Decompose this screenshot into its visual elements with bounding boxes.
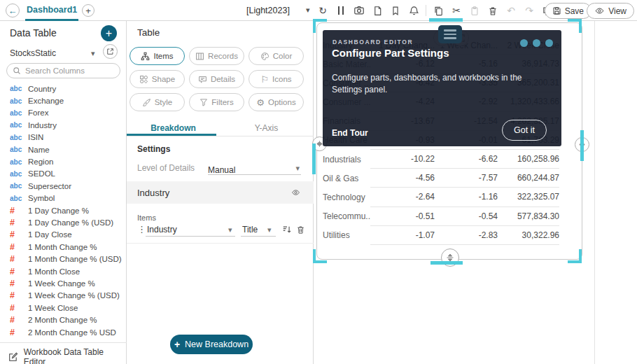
column-item[interactable]: # 1 Month Change % (0, 241, 127, 253)
tab-dashboard1[interactable]: Dashboard1 (27, 5, 77, 15)
filters-button[interactable]: Filters (189, 93, 244, 111)
column-item[interactable]: # 1 Week Change % (USD) (0, 290, 127, 302)
notifications-bell-icon[interactable] (407, 4, 420, 17)
table-part[interactable]: Industry 1 Day Chang... 1 Week Chan... 2… (316, 22, 582, 260)
workbook-data-table-editor-link[interactable]: Workbook Data Table Editor (8, 347, 126, 364)
column-item[interactable]: abc Exchange (0, 94, 127, 106)
numeric-columns-list: # 1 Day Change % # 1 Day Change % (USD) … (0, 204, 127, 338)
camera-icon[interactable] (353, 4, 365, 17)
pause-icon[interactable] (335, 4, 347, 17)
search-columns-box[interactable] (6, 63, 120, 78)
delete-trash-icon[interactable] (486, 4, 499, 17)
records-button[interactable]: Records (189, 47, 244, 65)
column-item[interactable]: # 1 Week Close (0, 302, 127, 314)
bookmark-icon[interactable] (389, 4, 402, 17)
column-item[interactable]: abc SEDOL (0, 168, 127, 180)
item-display-select[interactable]: Title (242, 225, 258, 234)
tab-y-axis[interactable]: Y-Axis (220, 123, 313, 133)
column-item[interactable]: # 1 Week Change % (0, 277, 127, 289)
value-cell: 160,258.96 (498, 150, 559, 169)
selection-handle-left[interactable] (312, 144, 316, 174)
details-button[interactable]: Details (189, 70, 244, 88)
shape-button[interactable]: Shape (130, 70, 185, 88)
visibility-eye-icon[interactable] (290, 188, 301, 197)
datasource-selector[interactable]: StocksStatic (10, 48, 56, 58)
text-type-icon: abc (10, 182, 24, 190)
table-row[interactable]: Telecommu... -0.51 -0.54 577,834.30 (323, 207, 559, 226)
column-item[interactable]: abc Name (0, 144, 127, 155)
part-title: Table (137, 27, 160, 38)
value-cell: 30,322.96 (498, 226, 559, 245)
refresh-icon[interactable]: ↻ (316, 4, 329, 17)
table-row[interactable]: Industrials -10.22 -6.62 160,258.96 (323, 150, 559, 169)
text-type-icon: abc (10, 170, 24, 178)
table-row[interactable]: Technology -2.64 -1.16 322,325.07 (323, 188, 559, 206)
column-item[interactable]: abc Forex (0, 107, 127, 119)
selection-handle-right[interactable] (580, 130, 584, 161)
column-label: 1 Day Change % (28, 206, 89, 215)
items-button[interactable]: Items (130, 47, 185, 65)
level-of-details-label: Level of Details (137, 163, 195, 173)
open-data-table-button[interactable] (103, 44, 118, 59)
column-item[interactable]: abc Country (0, 83, 127, 94)
part-menu-button[interactable] (438, 25, 462, 43)
save-label: Save (565, 6, 584, 16)
back-button[interactable]: ← (6, 4, 20, 18)
table-row[interactable]: Utilities -1.07 -2.83 30,322.96 (323, 226, 559, 245)
row-name-cell: Industrials (323, 150, 370, 169)
view-button[interactable]: View (587, 3, 634, 19)
undo-icon[interactable]: ↶ (505, 4, 517, 17)
redo-icon[interactable]: ↷ (523, 4, 536, 17)
open-external-icon (106, 48, 114, 55)
column-item[interactable]: abc Region (0, 155, 127, 167)
cut-scissors-icon[interactable]: ✂ (450, 4, 463, 17)
column-item[interactable]: abc Supersector (0, 180, 127, 192)
part-settings-panel: Table Items Records Color (127, 21, 314, 364)
column-item[interactable]: abc ISIN (0, 132, 127, 144)
column-item[interactable]: # 2 Month Change % USD (0, 326, 127, 338)
item-column-select[interactable]: Industry (147, 225, 177, 234)
got-it-button[interactable]: Got it (502, 120, 547, 141)
column-item[interactable]: # 1 Day Change % (0, 204, 127, 216)
breakdown-section-header[interactable]: Industry (127, 181, 314, 204)
column-item[interactable]: # 1 Month Close (0, 265, 127, 277)
icons-button[interactable]: ⚐ Icons (248, 70, 304, 88)
column-label: 1 Month Change % (USD) (28, 255, 122, 263)
column-item[interactable]: # 1 Day Close (0, 229, 127, 241)
text-type-icon: abc (10, 158, 24, 166)
tab-breakdown[interactable]: Breakdown (127, 123, 220, 133)
column-item[interactable]: # 1 Day Change % (USD) (0, 216, 127, 228)
drag-handle-icon[interactable]: ⋮ (137, 224, 146, 234)
column-label: Name (28, 146, 50, 154)
color-button[interactable]: Color (248, 47, 304, 65)
value-cell: -2.64 (370, 188, 435, 206)
add-data-table-button[interactable]: + (101, 25, 117, 41)
column-label: Region (28, 158, 53, 166)
chevron-down-icon[interactable]: ▾ (91, 49, 95, 58)
add-dashboard-button[interactable]: + (82, 4, 94, 17)
menu-icon (444, 29, 456, 31)
column-item[interactable]: abc Symbol (0, 192, 127, 204)
save-button[interactable]: Save (545, 3, 592, 19)
column-item[interactable]: # 1 Month Change % (USD) (0, 253, 127, 265)
selection-handle-top[interactable] (429, 18, 463, 22)
sort-icon[interactable] (282, 225, 292, 234)
new-breakdown-button[interactable]: + New Breakdown (170, 335, 253, 354)
column-item[interactable]: # 2 Month Change % (0, 314, 127, 326)
end-tour-link[interactable]: End Tour (332, 128, 368, 138)
remove-breakdown-trash-icon[interactable] (296, 225, 305, 234)
export-pdf-icon[interactable] (371, 4, 384, 17)
selection-handle-bottom[interactable] (430, 261, 463, 265)
column-item[interactable]: abc Industry (0, 119, 127, 131)
button-label: Options (268, 98, 296, 106)
style-button[interactable]: Style (130, 93, 185, 111)
copy-icon[interactable] (432, 4, 444, 17)
options-button[interactable]: ⚙ Options (248, 93, 304, 111)
search-columns-input[interactable] (25, 66, 106, 75)
table-row[interactable]: Oil & Gas -4.56 -7.57 660,244.87 (323, 169, 559, 188)
chevron-down-icon[interactable]: ▾ (228, 225, 232, 234)
paste-icon[interactable] (468, 4, 481, 17)
chevron-down-icon[interactable]: ▾ (267, 225, 272, 234)
theme-selector[interactable]: [Light2023] ▾ (246, 6, 290, 15)
column-label: Country (28, 85, 56, 93)
